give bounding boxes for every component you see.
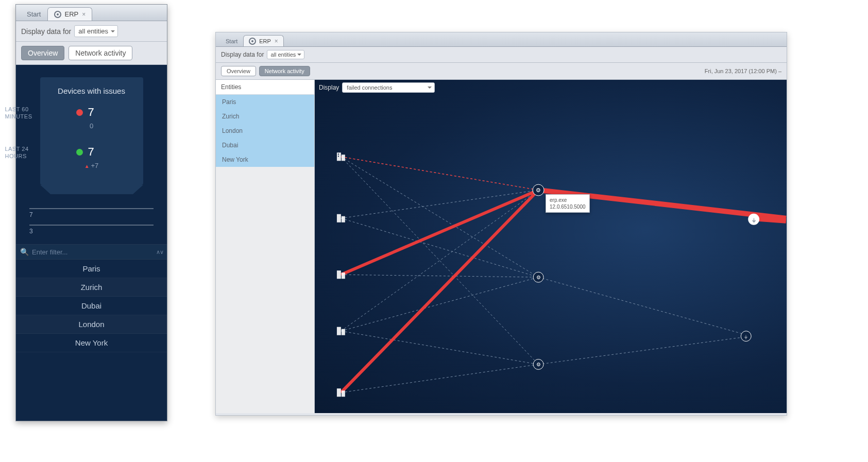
tabstrip-left: Start ERP × xyxy=(16,5,167,21)
entity-row[interactable]: Zurich xyxy=(16,278,167,297)
entity-row-r[interactable]: New York xyxy=(216,152,314,167)
svg-line-1 xyxy=(341,157,538,277)
svg-line-14 xyxy=(341,190,538,392)
svg-text:⚙: ⚙ xyxy=(536,275,541,280)
network-body: Entities Paris Zurich London Dubai New Y… xyxy=(216,80,787,413)
entity-row-r[interactable]: London xyxy=(216,124,314,138)
last24-value: 7 xyxy=(88,145,94,159)
last24-delta: ▲+7 xyxy=(45,162,138,169)
svg-line-5 xyxy=(341,275,538,277)
entity-row-r[interactable]: Paris xyxy=(216,95,314,109)
svg-line-10 xyxy=(538,277,751,336)
network-panel: Start ERP × Display data for all entitie… xyxy=(215,32,787,416)
svg-rect-18 xyxy=(338,153,339,155)
network-activity-button[interactable]: Network activity xyxy=(69,46,132,60)
mini-scale-a: 7 xyxy=(29,208,154,218)
node-tooltip: erp.exe 12.0.6510.5000 xyxy=(546,194,590,213)
network-canvas[interactable]: Display failed connections xyxy=(315,80,787,413)
entities-sidebar: Entities Paris Zurich London Dubai New Y… xyxy=(216,80,315,413)
entity-scope-select[interactable]: all entities xyxy=(74,25,118,37)
view-switch-bar: Overview Network activity xyxy=(16,42,167,65)
close-icon[interactable]: × xyxy=(275,38,278,45)
svg-line-7 xyxy=(341,277,538,331)
target-icon xyxy=(54,11,61,18)
tab-erp-label-r: ERP xyxy=(259,38,271,44)
svg-line-11 xyxy=(538,336,751,365)
target-icon xyxy=(249,38,256,45)
entity-row-r[interactable]: Zurich xyxy=(216,109,314,124)
entity-row-r[interactable]: Dubai xyxy=(216,138,314,152)
entity-row[interactable]: New York xyxy=(16,334,167,352)
green-dot-icon xyxy=(76,149,83,156)
svg-text:⚙: ⚙ xyxy=(536,362,541,367)
display-mode-select[interactable]: failed connections xyxy=(342,82,435,93)
svg-line-4 xyxy=(341,218,538,277)
svg-text:⏚: ⏚ xyxy=(752,216,756,224)
last60-sub: 0 xyxy=(45,122,138,130)
timestamp: Fri, Jun 23, 2017 (12:00 PM) – xyxy=(705,68,781,74)
display-mode-label: Display xyxy=(319,84,339,91)
tab-start-r[interactable]: Start xyxy=(220,35,243,46)
overview-body: Devices with issues LAST 60 MINUTES 7 0 … xyxy=(16,77,167,352)
up-arrow-icon: ▲ xyxy=(84,163,90,169)
tab-erp[interactable]: ERP × xyxy=(47,7,92,21)
last60-label: LAST 60 MINUTES xyxy=(5,106,41,121)
tab-erp-label: ERP xyxy=(64,10,78,18)
svg-line-12 xyxy=(341,157,538,190)
gear-icon[interactable]: ⚙ xyxy=(533,272,543,282)
svg-text:⏚: ⏚ xyxy=(744,334,747,339)
issues-card: Devices with issues LAST 60 MINUTES 7 0 … xyxy=(40,77,143,185)
tab-erp-r[interactable]: ERP × xyxy=(243,35,284,46)
filter-bar: 🔍 ∧ ∨ xyxy=(16,244,167,260)
display-data-label: Display data for xyxy=(21,27,71,36)
canvas-toolbar: Display failed connections xyxy=(315,80,787,95)
entity-list-left: Paris Zurich Dubai London New York xyxy=(16,260,167,352)
svg-rect-19 xyxy=(338,156,339,157)
svg-line-13 xyxy=(341,190,538,275)
red-dot-icon xyxy=(76,109,83,116)
entity-row[interactable]: Paris xyxy=(16,260,167,278)
view-switch-bar-r: Overview Network activity Fri, Jun 23, 2… xyxy=(216,63,787,80)
tabstrip-right: Start ERP × xyxy=(216,32,787,47)
entities-header: Entities xyxy=(216,80,314,95)
entity-row[interactable]: London xyxy=(16,315,167,334)
tab-start[interactable]: Start xyxy=(20,7,47,21)
last60-value: 7 xyxy=(88,106,94,119)
svg-text:⚙: ⚙ xyxy=(536,187,541,193)
tooltip-version: 12.0.6510.5000 xyxy=(550,203,586,210)
overview-button[interactable]: Overview xyxy=(21,46,64,60)
sort-toggle[interactable]: ∧ ∨ xyxy=(156,249,163,255)
close-icon[interactable]: × xyxy=(82,11,86,18)
display-data-label-r: Display data for xyxy=(221,51,264,58)
entity-row[interactable]: Dubai xyxy=(16,297,167,315)
tooltip-name: erp.exe xyxy=(550,197,586,203)
overview-button-r[interactable]: Overview xyxy=(221,66,256,76)
scope-toolbar: Display data for all entities xyxy=(16,21,167,42)
network-activity-button-r[interactable]: Network activity xyxy=(259,66,310,76)
filter-input[interactable] xyxy=(32,248,153,256)
issues-title: Devices with issues xyxy=(45,87,138,95)
overview-panel: Start ERP × Display data for all entitie… xyxy=(15,4,167,421)
network-graph: ⚙ ⚙ ⚙ ⏚ ⏚ xyxy=(315,80,787,413)
entity-scope-select-r[interactable]: all entities xyxy=(267,50,304,59)
last24-label: LAST 24 HOURS xyxy=(5,145,41,160)
gear-icon[interactable]: ⚙ xyxy=(533,359,543,369)
svg-line-9 xyxy=(341,364,538,392)
plug-icon[interactable]: ⏚ xyxy=(741,331,751,341)
search-icon: 🔍 xyxy=(20,248,29,256)
plug-icon[interactable]: ⏚ xyxy=(748,214,759,225)
scope-toolbar-r: Display data for all entities xyxy=(216,47,787,63)
gear-icon[interactable]: ⚙ xyxy=(533,184,544,196)
mini-scale-b: 3 xyxy=(29,225,154,235)
svg-line-8 xyxy=(341,331,538,365)
